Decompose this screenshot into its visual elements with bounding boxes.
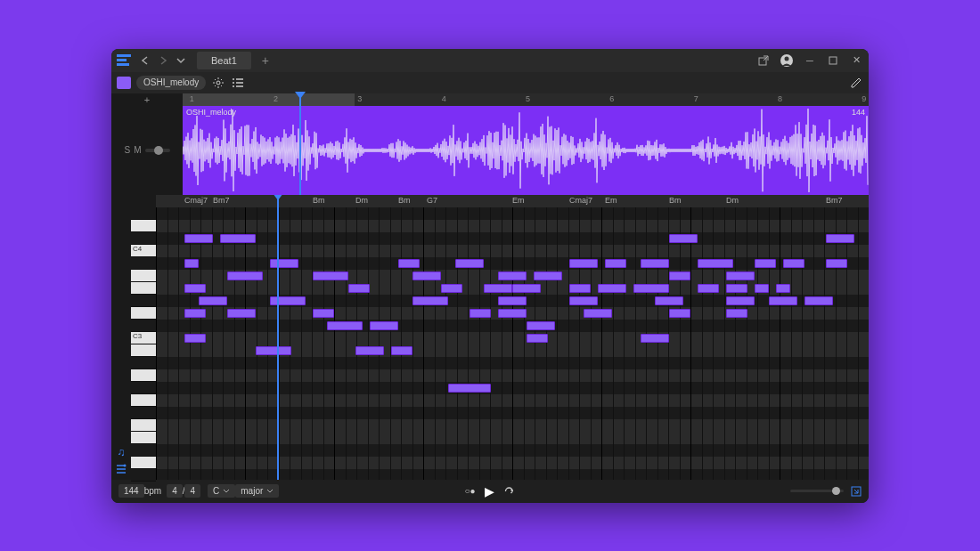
midi-note[interactable] — [355, 346, 384, 355]
midi-note[interactable] — [755, 259, 776, 268]
midi-note[interactable] — [826, 259, 847, 268]
midi-note[interactable] — [605, 259, 626, 268]
chord-label[interactable]: Bm7 — [826, 196, 843, 205]
timesig-denominator[interactable]: 4 — [184, 484, 200, 498]
midi-note[interactable] — [669, 271, 690, 280]
midi-note[interactable] — [256, 346, 291, 355]
midi-note[interactable] — [220, 234, 256, 243]
chord-label[interactable]: Bm — [313, 196, 325, 205]
midi-note[interactable] — [227, 271, 263, 280]
add-tab-button[interactable]: + — [262, 53, 269, 68]
playhead-marker[interactable] — [299, 93, 301, 195]
add-track-button[interactable]: + — [111, 93, 183, 106]
midi-note[interactable] — [327, 321, 363, 330]
midi-note[interactable] — [655, 296, 683, 305]
midi-note[interactable] — [512, 284, 541, 293]
midi-note[interactable] — [184, 309, 206, 318]
midi-note[interactable] — [776, 284, 790, 293]
midi-note[interactable] — [584, 309, 612, 318]
arrange-timeline[interactable]: 123456789 OSHI_melody 144 — [183, 93, 869, 195]
midi-note[interactable] — [698, 259, 733, 268]
midi-note[interactable] — [527, 321, 555, 330]
document-tab[interactable]: Beat1 — [197, 52, 251, 69]
window-maximize-button[interactable] — [826, 53, 840, 68]
midi-note[interactable] — [641, 259, 669, 268]
midi-note[interactable] — [669, 309, 690, 318]
audio-clip[interactable]: OSHI_melody 144 — [183, 106, 869, 195]
key-select[interactable]: C — [208, 484, 235, 498]
chord-label[interactable]: G7 — [427, 196, 437, 205]
settings-gear-icon[interactable] — [211, 76, 225, 90]
list-view-icon[interactable] — [231, 76, 245, 90]
midi-note[interactable] — [527, 334, 548, 343]
midi-note[interactable] — [641, 334, 669, 343]
midi-note[interactable] — [484, 284, 512, 293]
midi-note[interactable] — [804, 296, 833, 305]
midi-note[interactable] — [726, 284, 747, 293]
midi-note[interactable] — [412, 271, 441, 280]
window-minimize-button[interactable]: ─ — [803, 53, 817, 68]
midi-note[interactable] — [470, 309, 491, 318]
midi-note[interactable] — [698, 284, 719, 293]
play-button[interactable]: ▶ — [485, 484, 494, 498]
chord-label[interactable]: Cmaj7 — [184, 196, 208, 205]
midi-note[interactable] — [227, 309, 256, 318]
external-link-icon[interactable] — [756, 53, 771, 68]
midi-note[interactable] — [184, 284, 206, 293]
midi-note[interactable] — [783, 259, 804, 268]
midi-note[interactable] — [569, 259, 598, 268]
midi-note[interactable] — [726, 296, 755, 305]
midi-note[interactable] — [755, 284, 769, 293]
nav-back-button[interactable] — [138, 53, 152, 68]
midi-note[interactable] — [598, 284, 626, 293]
midi-note[interactable] — [199, 296, 227, 305]
midi-note[interactable] — [826, 234, 854, 243]
midi-note[interactable] — [669, 234, 698, 243]
chord-label[interactable]: Em — [512, 196, 525, 205]
notes-tool-icon[interactable]: ♫ — [118, 446, 126, 458]
midi-note[interactable] — [633, 284, 669, 293]
piano-keyboard[interactable]: C4C3 — [131, 195, 156, 482]
midi-note[interactable] — [398, 259, 420, 268]
edit-pencil-icon[interactable] — [849, 76, 863, 90]
timesig-numerator[interactable]: 4 — [167, 484, 183, 498]
midi-note[interactable] — [534, 271, 562, 280]
chord-label[interactable]: Bm — [669, 196, 682, 205]
volume-slider[interactable] — [145, 149, 170, 152]
chord-label[interactable]: Dm — [726, 196, 739, 205]
midi-note[interactable] — [184, 334, 206, 343]
midi-note[interactable] — [448, 384, 491, 393]
midi-note[interactable] — [270, 259, 298, 268]
midi-note[interactable] — [498, 296, 527, 305]
midi-note[interactable] — [348, 284, 370, 293]
chord-track[interactable]: Cmaj7Bm7BmDmBmG7EmCmaj7EmBmDmBm7 — [156, 195, 869, 207]
loop-button[interactable] — [503, 486, 516, 497]
midi-note[interactable] — [391, 346, 412, 355]
midi-note[interactable] — [184, 259, 199, 268]
midi-note[interactable] — [313, 271, 348, 280]
record-button[interactable]: ○● — [464, 486, 475, 496]
clip-name-field[interactable]: OSHI_melody — [136, 76, 206, 90]
chord-label[interactable]: Em — [605, 196, 617, 205]
midi-note[interactable] — [455, 259, 484, 268]
midi-note[interactable] — [726, 271, 755, 280]
midi-note[interactable] — [569, 296, 598, 305]
nav-forward-button[interactable] — [156, 53, 170, 68]
midi-note[interactable] — [498, 309, 527, 318]
list-tool-icon[interactable] — [115, 464, 127, 474]
chord-label[interactable]: Bm — [398, 196, 411, 205]
midi-note[interactable] — [569, 284, 591, 293]
midi-note[interactable] — [313, 309, 334, 318]
chord-label[interactable]: Cmaj7 — [569, 196, 592, 205]
midi-note[interactable] — [370, 321, 398, 330]
user-account-icon[interactable] — [780, 53, 794, 68]
midi-note[interactable] — [270, 296, 306, 305]
clip-color-swatch[interactable] — [117, 77, 131, 89]
solo-button[interactable]: S — [124, 145, 130, 155]
midi-note[interactable] — [769, 296, 797, 305]
timeline-ruler[interactable]: 123456789 — [183, 93, 869, 106]
bpm-field[interactable]: 144 — [118, 484, 144, 498]
pianoroll-playhead[interactable] — [277, 195, 279, 480]
pianoroll-grid[interactable]: Cmaj7Bm7BmDmBmG7EmCmaj7EmBmDmBm7 — [156, 195, 869, 480]
chord-label[interactable]: Bm7 — [213, 196, 230, 205]
